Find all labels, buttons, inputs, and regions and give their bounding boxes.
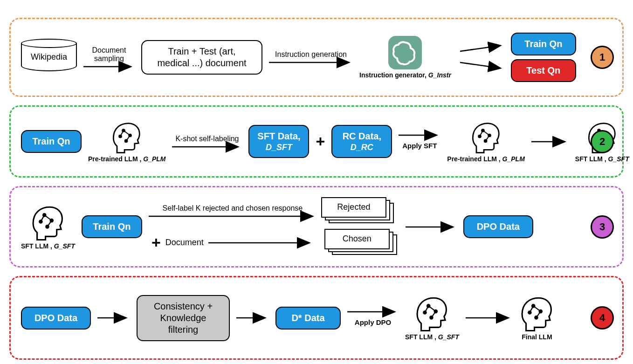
plm-block-1: Pre-trained LLM , G_PLM — [88, 121, 165, 163]
svg-point-44 — [427, 304, 430, 307]
doc-box-line2: medical ...) document — [157, 57, 246, 69]
dpo-data-box-4: DPO Data — [21, 307, 91, 330]
svg-point-33 — [46, 225, 48, 228]
test-qn-box: Test Qn — [511, 59, 576, 82]
svg-point-31 — [43, 213, 46, 216]
arrow-apply-dpo: Apply DPO — [347, 310, 399, 326]
train-test-document-box: Train + Test (art, medical ...) document — [141, 40, 262, 75]
brain-head-icon — [110, 121, 143, 153]
svg-line-2 — [460, 46, 500, 51]
instruction-generator-block: Instruction generator, G_Instr — [359, 36, 451, 79]
arrow-instruction-generation: Instruction generation — [269, 50, 353, 64]
final-llm-block: Final LLM — [519, 295, 555, 341]
sft-llm-label-4: SFT LLM , G_SFT — [405, 333, 459, 341]
step-badge-1: 1 — [591, 46, 614, 69]
svg-point-52 — [532, 304, 535, 307]
svg-point-7 — [122, 129, 125, 132]
label-apply-dpo: Apply DPO — [355, 318, 391, 326]
svg-point-17 — [488, 134, 491, 137]
arrow-kshot: K-shot self-labeling — [172, 135, 242, 149]
label-kshot: K-shot self-labeling — [175, 135, 239, 143]
svg-point-32 — [50, 219, 53, 221]
svg-point-19 — [478, 135, 481, 137]
filter-l1: Consistency + — [154, 301, 213, 312]
brain-head-icon — [414, 295, 450, 331]
train-qn-box: Train Qn — [511, 33, 576, 55]
arrow-to-final — [466, 316, 512, 320]
label-apply-sft: Apply SFT — [402, 142, 437, 150]
filter-l2: Knowledge — [160, 312, 206, 324]
sft-llm-label-3: SFT LLM , G_SFT — [21, 242, 75, 250]
svg-point-10 — [119, 135, 122, 137]
svg-point-16 — [482, 129, 484, 132]
svg-line-3 — [460, 62, 500, 68]
svg-point-9 — [125, 139, 128, 142]
label-doc-sampling: Document sampling — [92, 46, 126, 63]
dstar-box: D* Data — [275, 307, 341, 330]
arrow-to-dpo-data — [406, 225, 457, 229]
train-qn-box-3: Train Qn — [82, 215, 142, 238]
doc-box-line1: Train + Test (art, — [168, 46, 235, 57]
train-qn-box-2: Train Qn — [21, 130, 82, 153]
step-badge-3: 3 — [591, 215, 614, 239]
sft-data-box: SFT Data, D_SFT — [248, 125, 309, 158]
arrow-to-filter — [97, 316, 130, 320]
label-document: Document — [165, 238, 204, 247]
svg-point-54 — [535, 316, 537, 319]
panel-instruction-generation: Wikipedia Document sampling Train + Test… — [9, 18, 624, 97]
sft-llm-label: SFT LLM , G_SFT — [575, 155, 629, 163]
instruction-generator-label: Instruction generator, G_Instr — [359, 71, 451, 79]
plus-icon: + — [151, 234, 161, 252]
chosen-label: Chosen — [343, 234, 372, 244]
reject-chosen-column: Self-label K rejected and chosen respons… — [149, 197, 399, 257]
dpo-data-box: DPO Data — [463, 215, 533, 238]
plus-icon: + — [316, 132, 325, 151]
pipeline-diagram: Wikipedia Document sampling Train + Test… — [9, 9, 624, 360]
svg-point-46 — [430, 316, 433, 319]
plm-label-1: Pre-trained LLM , G_PLM — [88, 155, 165, 163]
brain-head-icon — [470, 121, 502, 153]
sft-llm-block-4: SFT LLM , G_SFT — [405, 295, 459, 341]
svg-point-47 — [423, 311, 426, 314]
svg-point-18 — [484, 139, 487, 142]
svg-point-34 — [39, 220, 42, 223]
brain-head-icon — [519, 295, 555, 331]
svg-point-8 — [129, 134, 131, 137]
arrow-split — [458, 41, 504, 74]
label-self-label: Self-label K rejected and chosen respons… — [163, 204, 303, 213]
wikipedia-label: Wikipedia — [31, 52, 67, 62]
filter-box: Consistency + Knowledge filtering — [137, 295, 230, 341]
svg-point-45 — [434, 310, 437, 313]
rc-data-l1: RC Data, — [343, 130, 381, 142]
rejected-stack: Rejected — [321, 197, 396, 225]
rc-data-l2: D_RC — [351, 142, 373, 153]
arrow-document — [208, 241, 313, 245]
arrow-apply-sft: Apply SFT — [399, 133, 440, 150]
wikipedia-cylinder: Wikipedia — [21, 43, 77, 71]
svg-point-53 — [539, 310, 542, 313]
panel-sft: Train Qn Pre-trained LLM , G_PLM K-shot … — [9, 105, 624, 178]
arrow-to-sft-llm — [531, 140, 569, 144]
brain-head-icon — [30, 204, 66, 240]
arrow-self-label: Self-label K rejected and chosen respons… — [149, 204, 316, 218]
final-llm-label: Final LLM — [522, 333, 552, 341]
panel-dpo-training: DPO Data Consistency + Knowledge filteri… — [9, 276, 624, 360]
label-instruction-generation: Instruction generation — [275, 50, 347, 59]
sft-data-l2: D_SFT — [266, 142, 292, 153]
rc-data-box: RC Data, D_RC — [331, 125, 392, 158]
arrow-to-dstar — [236, 316, 269, 320]
qn-output-column: Train Qn Test Qn — [511, 33, 576, 82]
rejected-label: Rejected — [337, 202, 370, 212]
sft-data-l1: SFT Data, — [257, 130, 300, 142]
openai-icon — [388, 36, 422, 69]
plm-label-2: Pre-trained LLM , G_PLM — [447, 155, 524, 163]
arrow-doc-sampling: Document sampling — [83, 46, 135, 69]
step-badge-4: 4 — [591, 306, 614, 330]
plm-block-2: Pre-trained LLM , G_PLM — [447, 121, 524, 163]
svg-point-55 — [528, 311, 531, 314]
step-badge-2: 2 — [591, 130, 614, 153]
chosen-stack: Chosen — [324, 229, 399, 257]
sft-llm-block-3: SFT LLM , G_SFT — [21, 204, 75, 250]
filter-l3: filtering — [168, 324, 198, 336]
panel-dpo-data: SFT LLM , G_SFT Train Qn Self-label K re… — [9, 186, 624, 268]
